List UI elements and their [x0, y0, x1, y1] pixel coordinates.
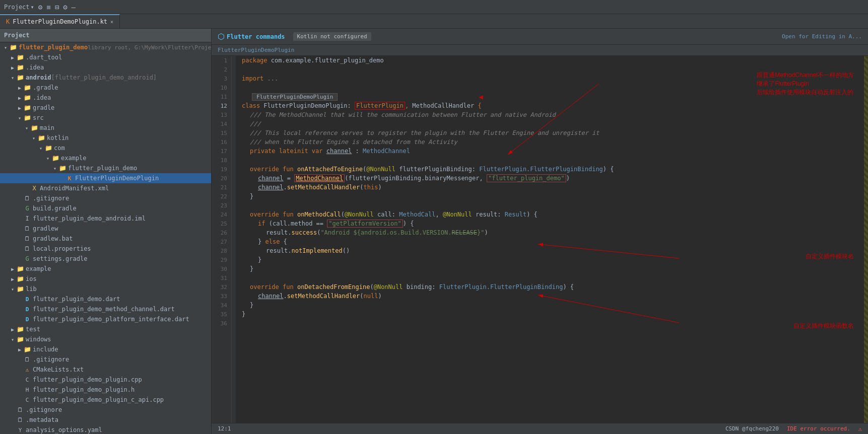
kotlin-file-icon: K [65, 175, 74, 182]
code-line-16: /// when the Flutter Engine is detached … [236, 137, 864, 147]
tree-item-gitignore1[interactable]: 🗒 .gitignore [0, 193, 211, 203]
sidebar-content[interactable]: ▾ 📁 flutter_plugin_demo library root, G:… [0, 42, 211, 434]
tree-item-gradlew[interactable]: 🗒 gradlew [0, 224, 211, 234]
item-label: gradlew.bat [33, 235, 73, 242]
tree-item-local-props[interactable]: 🗒 local.properties [0, 244, 211, 254]
arrow-icon: ▶ [16, 347, 23, 352]
tree-item-gradle2[interactable]: ▶ 📁 gradle [0, 103, 211, 113]
tree-item-test[interactable]: ▶ 📁 test [0, 324, 211, 334]
code-line-18 [236, 156, 864, 165]
folder-icon: 📁 [51, 155, 59, 162]
item-label: flutter_plugin_demo_platform_interface.d… [33, 316, 189, 323]
line-num-3: 3 [212, 74, 231, 83]
tree-item-settings-gradle[interactable]: G settings.gradle [0, 254, 211, 264]
arrow-icon: ▶ [9, 65, 16, 70]
line-num-12: 12 [212, 101, 231, 110]
tree-item-manifest[interactable]: X AndroidManifest.xml [0, 183, 211, 193]
flutter-commands-label[interactable]: Flutter commands [227, 33, 285, 40]
settings-icon[interactable]: ⚙ [38, 3, 42, 11]
tree-item-build-gradle[interactable]: G build.gradle [0, 203, 211, 213]
tree-item-example-pkg[interactable]: ▾ 📁 example [0, 153, 211, 163]
file-icon: 🗒 [16, 416, 24, 423]
tree-item-cpp1[interactable]: C flutter_plugin_demo_plugin.cpp [0, 375, 211, 385]
item-label: .gradle [33, 84, 58, 91]
readonly-stripe [864, 56, 868, 423]
tree-item-ios[interactable]: ▶ 📁 ios [0, 274, 211, 284]
arrow-icon: ▾ [16, 115, 23, 121]
tree-item-android[interactable]: ▾ 📁 android [flutter_plugin_demo_android… [0, 73, 211, 83]
project-dropdown[interactable]: ▾ [31, 4, 34, 11]
line-num-36: 36 [212, 319, 231, 328]
arrow-icon: ▾ [2, 45, 9, 50]
line-num-23: 23 [212, 201, 231, 210]
error-icon: ⚠ [858, 425, 862, 432]
tree-item-android-iml[interactable]: I flutter_plugin_demo_android.iml [0, 213, 211, 224]
tree-item-main[interactable]: ▾ 📁 main [0, 123, 211, 133]
code-line-28: result.notImplemented() [236, 246, 864, 255]
code-line-14: /// [236, 119, 864, 128]
line-num-11: 11 [212, 92, 231, 101]
tree-item-h[interactable]: H flutter_plugin_demo_plugin.h [0, 385, 211, 395]
line-num-28: 28 [212, 246, 231, 255]
arrow-icon: ▶ [9, 55, 16, 60]
line-num-30: 30 [212, 264, 231, 273]
minimize-icon[interactable]: — [72, 3, 76, 11]
code-line-30: } [236, 264, 864, 273]
tree-item-include[interactable]: ▶ 📁 include [0, 344, 211, 354]
tree-item-idea[interactable]: ▶ 📁 .idea [0, 62, 211, 73]
tree-item-com[interactable]: ▾ 📁 com [0, 143, 211, 153]
tab-close-icon[interactable]: × [110, 19, 113, 25]
config-icon[interactable]: ⚙ [63, 3, 67, 11]
sidebar-header: Project [0, 29, 211, 42]
tree-item-flutter-plugin-file[interactable]: K FlutterPluginDemoPlugin [0, 173, 211, 183]
folder-icon: 📁 [16, 265, 24, 272]
gutter [232, 56, 236, 423]
tree-item-src[interactable]: ▾ 📁 src [0, 113, 211, 123]
tree-item-root[interactable]: ▾ 📁 flutter_plugin_demo library root, G:… [0, 42, 211, 52]
open-editing-link[interactable]: Open for Editing in A... [782, 33, 862, 40]
item-label: flutter_plugin_demo_plugin_c_api.cpp [33, 396, 164, 403]
tree-item-analysis[interactable]: Y analysis_options.yaml [0, 425, 211, 434]
tree-item-gradlew-bat[interactable]: 🗒 gradlew.bat [0, 234, 211, 244]
tree-item-metadata[interactable]: 🗒 .metadata [0, 415, 211, 425]
folder-icon: 📁 [23, 104, 31, 111]
sidebar: Project ▾ 📁 flutter_plugin_demo library … [0, 29, 212, 434]
tree-item-lib[interactable]: ▾ 📁 lib [0, 284, 211, 294]
code-line-1: package com.example.flutter_plugin_demo [236, 56, 864, 65]
line-num-32: 32 [212, 282, 231, 292]
code-editor[interactable]: 1 2 3 10 11 12 13 14 15 16 17 18 19 20 2… [212, 56, 868, 423]
tree-item-kotlin[interactable]: ▾ 📁 kotlin [0, 133, 211, 143]
tab-flutter-plugin[interactable]: K FlutterPluginDemoPlugin.kt × [0, 14, 120, 28]
file-icon: 🗒 [16, 406, 24, 413]
tree-item-cmake[interactable]: ⚠ CMakeLists.txt [0, 365, 211, 375]
editor-area: ⬡ Flutter commands Kotlin not configured… [212, 29, 868, 434]
list-icon[interactable]: ≡ [46, 3, 50, 11]
iml-icon: I [23, 215, 31, 222]
tree-item-dart2[interactable]: D flutter_plugin_demo_method_channel.dar… [0, 304, 211, 314]
item-label: kotlin [47, 134, 69, 141]
kotlin-warning-badge: Kotlin not configured [293, 32, 371, 41]
tree-item-flutter-pkg[interactable]: ▾ 📁 flutter_plugin_demo [0, 163, 211, 173]
flutter-toolbar: ⬡ Flutter commands Kotlin not configured… [212, 29, 868, 45]
tree-item-gradle1[interactable]: ▶ 📁 .gradle [0, 83, 211, 93]
tree-item-cpp2[interactable]: C flutter_plugin_demo_plugin_c_api.cpp [0, 395, 211, 405]
tree-item-example[interactable]: ▶ 📁 example [0, 264, 211, 274]
code-line-19: override fun onAttachedToEngine(@NonNull… [236, 165, 864, 174]
item-label: .gitignore [33, 195, 69, 202]
tree-item-dart-tool[interactable]: ▶ 📁 .dart_tool [0, 52, 211, 62]
tree-item-dart1[interactable]: D flutter_plugin_demo.dart [0, 294, 211, 304]
item-label: example [26, 265, 51, 272]
split-icon[interactable]: ⊟ [55, 3, 59, 11]
tree-item-gitignore2[interactable]: 🗒 .gitignore [0, 354, 211, 365]
item-label: gradlew [33, 225, 58, 232]
code-line-25: if (call.method == "getPlatformVersion")… [236, 219, 864, 228]
code-line-27: } else { [236, 237, 864, 246]
tree-item-windows[interactable]: ▾ 📁 windows [0, 334, 211, 344]
code-line-33: channel.setMethodCallHandler(null) [236, 292, 864, 301]
tree-item-dart3[interactable]: D flutter_plugin_demo_platform_interface… [0, 314, 211, 324]
tree-item-gitignore3[interactable]: 🗒 .gitignore [0, 405, 211, 415]
code-line-21: channel.setMethodCallHandler(this) [236, 183, 864, 192]
code-content[interactable]: package com.example.flutter_plugin_demo … [236, 56, 864, 423]
code-line-31 [236, 273, 864, 282]
tree-item-idea2[interactable]: ▶ 📁 .idea [0, 93, 211, 103]
